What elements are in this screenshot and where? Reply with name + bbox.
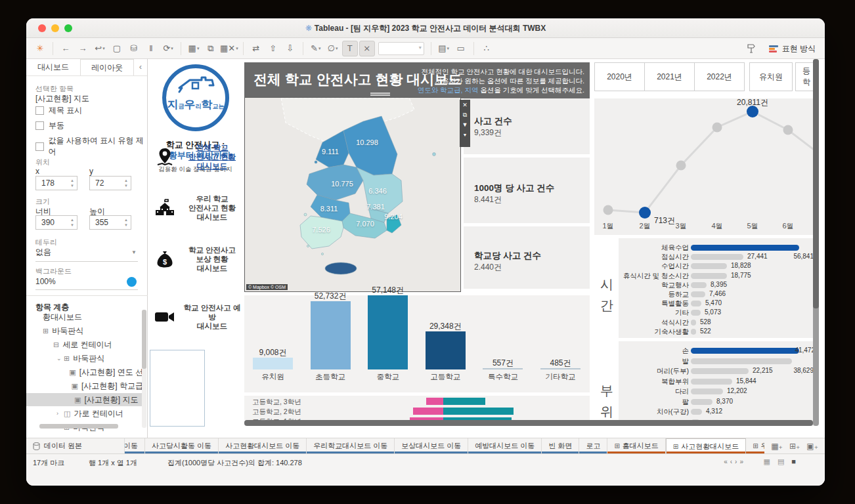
sheet-navigation-controls[interactable]: «‹›» <box>724 458 746 465</box>
line-point-1월[interactable] <box>603 205 613 215</box>
forward-icon[interactable]: → <box>75 41 91 56</box>
hierarchy-item[interactable]: ⊟세로 컨테이너 <box>26 338 143 351</box>
horizontal-scrollbar[interactable] <box>244 420 813 426</box>
worksheet-tab[interactable]: 보상대시보드 이동 <box>395 438 468 453</box>
korea-map[interactable]: 9.11110.29810.7756.3467.3818.3119.2047.0… <box>244 97 461 292</box>
year-button-2021년[interactable]: 2021년 <box>644 62 695 91</box>
dashboard-tab[interactable]: ⊞홈대시보드 <box>607 438 665 453</box>
save-icon[interactable]: ▢ <box>109 41 125 56</box>
school-bar-column[interactable]: 29,348건고등학교 <box>417 295 474 392</box>
share-icon[interactable]: ∴ <box>479 41 494 56</box>
go-to-sheet-icon[interactable]: ⧉ <box>463 112 467 119</box>
hbar-row[interactable]: 손41,472 <box>619 346 818 357</box>
highlight-icon[interactable]: ✎▾ <box>308 41 324 56</box>
hbar-row[interactable]: 복합부위15,844 <box>619 377 818 388</box>
bar[interactable] <box>426 331 466 369</box>
back-icon[interactable]: ← <box>58 41 74 56</box>
nav-item-2[interactable]: 우리 학교안전사고 현황대시보드 <box>152 194 241 222</box>
hierarchy-item[interactable]: ⌄⊞바둑판식 <box>26 352 143 365</box>
hierarchy-item[interactable]: ▣[사고현황] 학교급 <box>26 379 143 392</box>
hbar-row[interactable]: 등하교7,466 <box>619 290 818 299</box>
worksheet-tab[interactable]: 사고당시활동 이동 <box>145 438 219 453</box>
fit-screen-icon[interactable]: ▭ <box>453 41 469 56</box>
grade-row[interactable]: 고등학교, 3학년 <box>244 397 590 406</box>
time-bar-chart[interactable]: 체육수업점심시간27,44156,841수업시간18,828휴식시간 및 청소시… <box>619 238 818 338</box>
presentation-mode-icon[interactable] <box>743 41 759 56</box>
grade-gender-chart[interactable]: 고등학교, 3학년고등학교, 2학년고등학교, 1학년 <box>244 396 590 420</box>
vertical-scrollbar[interactable] <box>813 59 819 426</box>
new-dashboard-button[interactable]: ⊞₊ <box>789 442 800 451</box>
show-mark-labels-icon[interactable]: T <box>342 41 358 56</box>
hierarchy-item[interactable]: ⊞바둑판식 <box>26 324 143 337</box>
school-bar-column[interactable]: 57,148건중학교 <box>359 295 416 392</box>
monthly-line-chart[interactable]: 1월713건2월3월4월20,811건5월6월 <box>594 98 818 235</box>
hierarchy-item[interactable]: ▣[사고현황] 지도 <box>26 393 143 406</box>
worksheet-tab[interactable]: 로고 <box>579 438 607 453</box>
sort-ascending-icon[interactable]: ⇧ <box>265 41 281 56</box>
tree-horizontal-scrollbar[interactable] <box>39 424 118 429</box>
level-button-1[interactable]: 유치원 <box>749 62 793 91</box>
size-h-input[interactable]: 355▲▼ <box>89 215 131 230</box>
tab-dashboard[interactable]: 대시보드 <box>26 59 80 75</box>
year-button-2020년[interactable]: 2020년 <box>594 62 645 91</box>
hbar-row[interactable]: 치아(구강)4,312 <box>619 408 818 418</box>
line-point-4월[interactable] <box>712 123 722 133</box>
bar[interactable] <box>368 295 408 369</box>
pos-x-input[interactable]: 178▲▼ <box>35 176 77 190</box>
dashboard-tab[interactable]: ⊞우리학교대시보드_사고시간 <box>746 438 764 453</box>
hbar-row[interactable]: 팔8,370 <box>619 398 818 408</box>
bar[interactable] <box>540 368 581 369</box>
kpi-accident-count[interactable]: 사고 건수 9,339건 <box>464 98 590 154</box>
worksheet-tab[interactable]: 우리학교대시보드 이동 <box>307 438 395 453</box>
worksheet-tab[interactable]: 사고현황대시보드 이동 <box>219 438 307 453</box>
new-worksheet-icon[interactable]: ▦▾ <box>186 41 202 56</box>
swap-axes-icon[interactable]: ⇄ <box>248 41 264 56</box>
group-members-icon[interactable]: ∅▾ <box>325 41 341 56</box>
hbar-row[interactable]: 기타5,073 <box>619 308 818 318</box>
grade-row[interactable]: 고등학교, 2학년 <box>244 407 590 415</box>
show-title-checkbox[interactable]: 제목 표시 <box>35 105 82 116</box>
more-options-icon[interactable]: ▼ <box>463 131 468 138</box>
body-part-bar-chart[interactable]: 손41,472발머리(두부)22,21538,629복합부위15,844다리12… <box>619 341 818 426</box>
hbar-row[interactable]: 휴식시간 및 청소시간18,775 <box>619 272 818 281</box>
line-point-3월[interactable] <box>676 161 686 171</box>
hbar-row[interactable]: 수업시간18,828 <box>619 262 818 271</box>
line-point-5월[interactable] <box>747 106 758 117</box>
bar[interactable] <box>311 301 351 369</box>
new-datasource-icon[interactable]: ⛁ <box>126 41 142 56</box>
undo-redo-icon[interactable]: ↩▾ <box>92 41 108 56</box>
tableau-logo-icon[interactable]: ✳ <box>32 41 48 56</box>
refresh-icon[interactable]: ⟳▾ <box>160 41 176 56</box>
school-level-bar-chart[interactable]: 9,008건유치원52,732건초등학교57,148건중학교29,348건고등학… <box>244 295 590 392</box>
school-bar-column[interactable]: 9,008건유치원 <box>244 295 301 392</box>
hbar-row[interactable]: 머리(두부)22,21538,629 <box>619 367 818 377</box>
worksheet-tab[interactable]: 빈 화면 <box>542 438 579 453</box>
nav-item-1[interactable]: 전체 학교안전사고 현황대시보드 <box>152 143 241 171</box>
collapse-panel-icon[interactable]: ‹ <box>139 62 142 72</box>
data-source-tab[interactable]: 데이터 원본 <box>26 438 125 453</box>
worksheet-tab[interactable]: 예방대시보드 이동 <box>468 438 542 453</box>
nav-item-4[interactable]: 학교 안전사고 예방대시보드 <box>152 303 241 331</box>
tree-vertical-scrollbar[interactable] <box>142 310 146 428</box>
new-story-button[interactable]: ▣₊ <box>806 442 818 451</box>
show-me-button[interactable]: 표현 방식 <box>769 43 816 54</box>
new-worksheet-button[interactable]: ▦₊ <box>771 442 783 451</box>
pos-y-input[interactable]: 72▲▼ <box>89 176 131 190</box>
year-button-2022년[interactable]: 2022년 <box>694 62 745 91</box>
hbar-row[interactable]: 석식시간528 <box>619 318 818 327</box>
clear-sheet-icon[interactable]: ▦✕▾ <box>220 41 238 56</box>
hierarchy-item[interactable]: ▣[사고현황] 연도 선 <box>26 366 143 379</box>
nav-item-3[interactable]: $학교 안전사고보상 현황대시보드 <box>152 245 241 273</box>
sort-descending-icon[interactable]: ⇩ <box>282 41 298 56</box>
kpi-per-1000[interactable]: 1000명 당 사고 건수 8.441건 <box>464 158 590 223</box>
pause-updates-icon[interactable]: ‖ <box>143 41 159 56</box>
hbar-row[interactable]: 발 <box>619 357 818 368</box>
hbar-row[interactable]: 학교행사8,395 <box>619 281 818 290</box>
line-point-6월[interactable] <box>783 125 793 135</box>
fit-selector-combo[interactable] <box>378 42 424 55</box>
background-opacity[interactable]: 100% <box>35 277 138 290</box>
bar[interactable] <box>253 358 293 369</box>
fix-axes-icon[interactable]: ⨯ <box>359 41 375 56</box>
line-point-2월[interactable] <box>639 207 651 219</box>
size-w-input[interactable]: 390▲▼ <box>35 215 77 230</box>
